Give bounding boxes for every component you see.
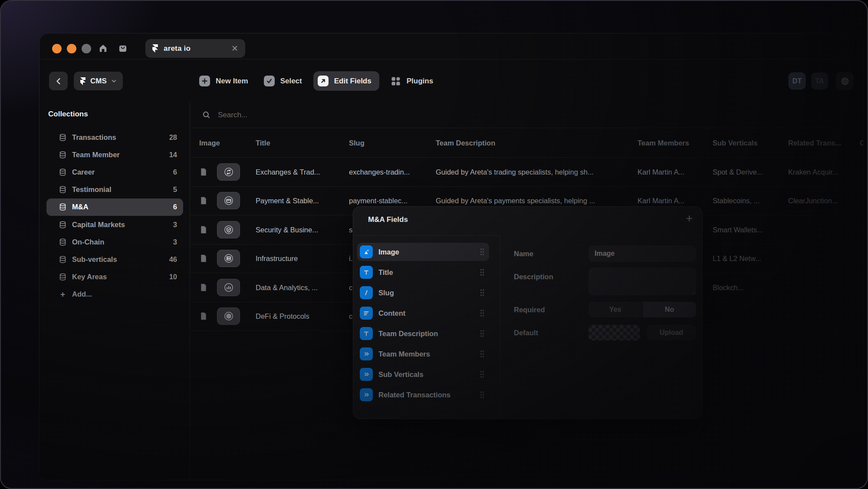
column-header-title[interactable]: Title	[256, 128, 270, 158]
sidebar-item-sub-verticals[interactable]: Sub-verticals 46	[46, 251, 183, 268]
database-icon	[59, 169, 66, 176]
column-header-sub-verticals[interactable]: Sub Verticals	[713, 128, 758, 158]
sidebar-item-label: Testimonial	[72, 185, 111, 194]
drag-handle-icon[interactable]	[480, 289, 485, 297]
database-icon	[59, 134, 66, 141]
required-yes-button[interactable]: Yes	[589, 302, 642, 317]
field-row-related-transactions[interactable]: Related Transactions	[357, 386, 489, 404]
search-bar	[191, 102, 863, 128]
drag-handle-icon[interactable]	[480, 350, 485, 358]
add-field-button[interactable]: +	[686, 213, 693, 225]
field-row-team-description[interactable]: Team Description	[357, 324, 489, 343]
home-icon[interactable]	[96, 41, 110, 55]
edit-fields-button[interactable]: Edit Fields	[313, 71, 379, 91]
item-count: 5	[173, 185, 177, 194]
field-row-title[interactable]: Title	[357, 263, 489, 281]
modal-title: M&A Fields	[368, 215, 408, 224]
tab-bar: areta io ✕	[39, 33, 863, 59]
drag-handle-icon[interactable]	[480, 248, 485, 256]
publish-globe-button[interactable]	[836, 72, 854, 90]
drag-handle-icon[interactable]	[480, 330, 485, 337]
new-item-label: New Item	[216, 77, 248, 86]
field-name-input[interactable]	[589, 245, 696, 262]
collaborator-avatar-dt[interactable]: DT	[789, 73, 806, 89]
sidebar-item-on-chain[interactable]: On-Chain 3	[46, 233, 183, 251]
sidebar-item-label: Team Member	[72, 151, 120, 159]
column-header-team-members[interactable]: Team Members	[638, 128, 689, 158]
traffic-light-2[interactable]	[67, 44, 76, 53]
drag-handle-icon[interactable]	[480, 391, 485, 399]
field-row-content[interactable]: Content	[357, 304, 489, 322]
column-header-slug[interactable]: Slug	[349, 128, 365, 158]
field-label: Sub Verticals	[378, 370, 424, 379]
table-row[interactable]: Exchanges & Trad... exchanges-tradin... …	[191, 158, 863, 187]
slug-field-icon	[360, 286, 373, 299]
tab-title: areta io	[164, 44, 191, 53]
document-icon	[201, 284, 207, 291]
drag-handle-icon[interactable]	[480, 268, 485, 276]
required-toggle: Yes No	[589, 302, 696, 317]
reference-field-icon	[360, 388, 373, 401]
app-window: areta io ✕ CMS	[39, 33, 864, 480]
sidebar-item-capital-markets[interactable]: Capital Markets 3	[46, 216, 183, 233]
description-label: Description	[514, 273, 553, 281]
plus-icon: +	[59, 290, 66, 299]
library-bag-icon[interactable]	[116, 41, 130, 55]
search-input[interactable]	[218, 111, 478, 119]
item-count: 14	[169, 151, 177, 159]
plugins-button[interactable]: Plugins	[391, 76, 433, 86]
field-row-slug[interactable]: Slug	[357, 284, 489, 302]
field-row-team-members[interactable]: Team Members	[357, 345, 489, 363]
back-button[interactable]	[49, 72, 68, 90]
sidebar-item-transactions[interactable]: Transactions 28	[46, 129, 183, 146]
sidebar-item-mna[interactable]: M&A 6	[46, 198, 183, 216]
add-collection-button[interactable]: + Add...	[46, 286, 183, 303]
field-description-textarea[interactable]	[589, 268, 696, 295]
field-properties-panel: Name Description Required Yes No Default…	[500, 235, 702, 419]
reference-field-icon	[360, 347, 373, 360]
column-header-team-description[interactable]: Team Description	[436, 128, 495, 158]
drag-handle-icon[interactable]	[480, 309, 485, 317]
row-image-thumbnail	[217, 279, 240, 296]
new-item-button[interactable]: New Item	[199, 76, 248, 86]
database-icon	[59, 273, 66, 281]
item-count: 3	[173, 221, 177, 229]
sidebar-item-label: Capital Markets	[72, 221, 125, 229]
tab-close-icon[interactable]: ✕	[231, 44, 238, 53]
plugins-label: Plugins	[407, 77, 433, 86]
default-image-preview[interactable]	[589, 325, 640, 340]
column-header-overflow[interactable]: C...	[860, 128, 863, 158]
cell-title: Security & Busine...	[256, 225, 318, 234]
traffic-light-3[interactable]	[82, 44, 91, 53]
sidebar-item-career[interactable]: Career 6	[46, 163, 183, 181]
traffic-light-1[interactable]	[52, 44, 62, 53]
sidebar-item-team-member[interactable]: Team Member 14	[46, 146, 183, 163]
field-label: Team Members	[378, 350, 430, 358]
database-icon	[59, 186, 66, 193]
collaborator-avatar-ta[interactable]: TA	[811, 73, 828, 89]
browser-tab[interactable]: areta io ✕	[145, 39, 245, 58]
drag-handle-icon[interactable]	[480, 370, 485, 378]
field-row-sub-verticals[interactable]: Sub Verticals	[357, 365, 489, 383]
column-header-image[interactable]: Image	[199, 128, 220, 158]
sidebar-item-testimonial[interactable]: Testimonial 5	[46, 181, 183, 198]
text-field-icon	[360, 266, 373, 279]
row-image-thumbnail	[217, 192, 240, 209]
collection-list: Transactions 28 Team Member 14 Career 6	[46, 129, 183, 303]
document-icon	[201, 255, 207, 262]
cms-dropdown[interactable]: CMS	[74, 72, 123, 90]
select-button[interactable]: Select	[264, 76, 302, 86]
upload-button[interactable]: Upload	[647, 325, 696, 340]
row-image-thumbnail	[217, 221, 240, 238]
required-no-button[interactable]: No	[643, 302, 696, 317]
item-count: 10	[169, 273, 177, 281]
cell-team-members: Karl Martin A...	[638, 168, 684, 176]
reference-field-icon	[360, 368, 373, 381]
sidebar-item-key-areas[interactable]: Key Areas 10	[46, 268, 183, 286]
cell-related: ClearJunction...	[788, 197, 838, 205]
cell-team-description: Guided by Areta's payments specialists, …	[436, 197, 595, 205]
cell-team-members: Karl Martin A...	[638, 197, 684, 205]
field-row-image[interactable]: Image	[357, 243, 489, 261]
column-header-related-transactions[interactable]: Related Trans...	[788, 128, 841, 158]
edit-fields-label: Edit Fields	[334, 77, 372, 86]
